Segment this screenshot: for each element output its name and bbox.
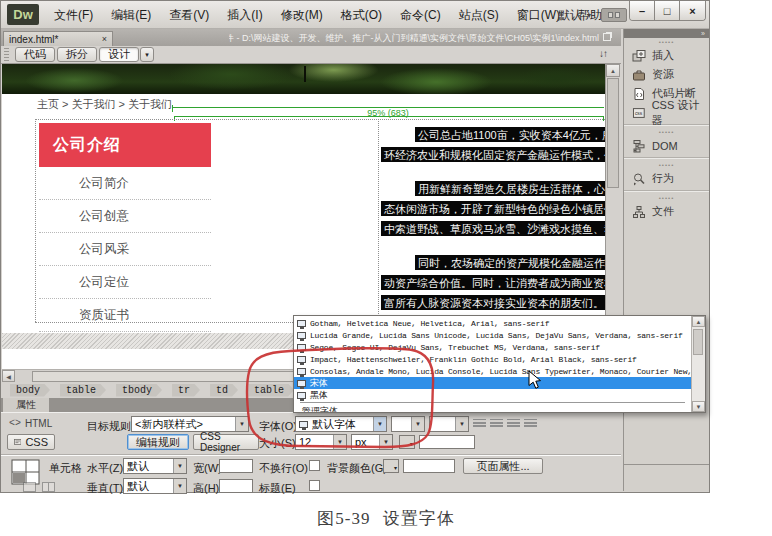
font-style-select[interactable]: ▼ [429,416,469,432]
menu-commands[interactable]: 命令(C) [391,7,450,24]
scroll-down-icon[interactable]: ▼ [692,401,705,412]
text-line[interactable]: 态休闲游市场，开辟了新型特色的绿色小镇居住、水岸丛林烧烤、田园采摘美食、自然野趣… [381,201,605,216]
restore-document-icon[interactable] [603,33,611,41]
horizontal-scroll-thumb[interactable] [32,371,304,382]
minimize-button[interactable]: – [630,1,655,20]
text-line[interactable]: 公司总占地1100亩，实收资本4亿元，所有者权益6.23亿元，现有资产总额6.7… [415,127,605,142]
font-option-heiti[interactable]: 黑体 [294,389,691,401]
menu-item-profile[interactable]: 公司简介 [39,167,211,200]
align-right-icon[interactable] [507,419,520,429]
breadcrumb[interactable]: 主页 > 关于我们 > 关于我们 [37,97,172,112]
nowrap-checkbox[interactable] [309,460,320,471]
menu-item-certificate[interactable]: 资质证书 [39,299,211,332]
tab-index-html[interactable]: index.html* × [3,31,113,46]
manage-fonts-option[interactable]: 管理字体... [294,405,691,412]
bgcolor-picker[interactable]: ▾ [383,459,399,473]
panel-tab-files[interactable]: 文件 [624,202,709,221]
scroll-up-icon[interactable]: ▲ [692,316,705,327]
scroll-left-icon[interactable]: ◀ [2,370,15,382]
workspace-switcher[interactable]: 默认 ▾ [558,7,591,24]
text-line[interactable]: 动资产综合价值。同时，让消费者成为商业资本的拥有者，在消费中创富。让利润和股权还… [381,275,605,290]
font-option[interactable]: Impact, Haettenschweiler, Franklin Gothi… [294,353,691,365]
panel-drag-handle[interactable]: ••••• [624,128,709,136]
font-option[interactable]: Consolas, Andale Mono, Lucida Console, L… [294,365,691,377]
menu-edit[interactable]: 编辑(E) [102,7,160,24]
align-left-icon[interactable] [473,419,486,429]
vertical-align-select[interactable]: 默认 ▼ [123,478,187,494]
vertical-scroll-thumb[interactable] [607,78,619,188]
maximize-button[interactable]: □ [655,1,680,20]
menu-file[interactable]: 文件(F) [45,7,102,24]
target-rule-select[interactable]: <新内联样式> ▼ [131,416,249,432]
css-mode-toggle[interactable]: CSS [7,434,55,450]
css-designer-button[interactable]: CSS Designer [193,434,259,450]
panel-drag-handle[interactable]: ••••• [624,161,709,169]
menu-format[interactable]: 格式(O) [332,7,391,24]
size-unit-select[interactable]: px ▼ [351,434,393,450]
text-color-input[interactable] [419,435,475,449]
tag-table-1[interactable]: table [60,384,106,397]
edit-rule-button[interactable]: 编辑规则 [127,434,189,450]
menu-item-creative[interactable]: 公司创意 [39,200,211,233]
split-view-button[interactable]: 拆分 [57,47,97,62]
text-line[interactable]: 同时，农场确定的资产规模化金融运作理念，推动资产运营的快速成长和增值，完全颠覆传… [415,255,605,270]
panel-tab-assets[interactable]: 资源 [624,65,709,84]
text-line[interactable]: 用新鲜新奇塑造久居楼房生活群体，心中向往的田园养生休闲生活。为周六日及小长假30… [415,181,605,196]
font-option[interactable]: Gotham, Helvetica Neue, Helvetica, Arial… [294,317,691,329]
header-checkbox[interactable] [309,480,320,491]
tag-body[interactable]: body [10,384,50,397]
code-view-button[interactable]: 代码 [15,47,55,62]
text-line[interactable]: 富所有人脉资源资本对接实业资本的朋友们。 [381,295,605,310]
panel-tab-css-designer[interactable]: css CSS 设计器 [624,103,709,122]
page-properties-button[interactable]: 页面属性... [463,458,543,474]
tag-td[interactable]: td [210,384,238,397]
menu-item-position[interactable]: 公司定位 [39,266,211,299]
font-size-select[interactable]: 12 ▼ [295,434,347,450]
html-mode-toggle[interactable]: <> HTML [9,418,52,429]
bgcolor-input[interactable] [403,459,455,473]
panel-drag-handle[interactable]: ••••• [624,38,709,46]
font-option[interactable]: Lucida Grande, Lucida Sans Unicode, Luci… [294,329,691,341]
align-center-icon[interactable] [490,419,503,429]
tag-tr-1[interactable]: tr [172,384,200,397]
tag-tbody-1[interactable]: tbody [116,384,162,397]
app-badge-icon[interactable] [601,8,627,22]
tag-table-2[interactable]: table [248,384,294,397]
tab-close-icon[interactable]: × [102,34,107,44]
text-line[interactable]: 中索道野战、草原戏马冰雪、沙滩戏水摸鱼、动物散养垂钓、会议团建拓展等综合生态休闲… [381,221,605,236]
close-button[interactable]: × [680,1,705,20]
menu-modify[interactable]: 修改(M) [272,7,332,24]
scroll-sync-icon[interactable]: ↓↑ [599,48,607,59]
company-intro-header[interactable]: 公司介绍 [39,123,211,167]
font-weight-select[interactable]: ▼ [391,416,425,432]
dropdown-scrollbar[interactable]: ▲ ▼ [691,316,705,412]
panel-tab-dom[interactable]: DOM [624,136,709,155]
menu-item-style[interactable]: 公司风采 [39,233,211,266]
design-view-dropdown-icon[interactable]: ▾ [140,47,154,62]
panel-drag-handle[interactable]: ••••• [624,194,709,202]
cell-height-input[interactable] [219,479,253,493]
menu-insert[interactable]: 插入(I) [218,7,271,24]
text-color-picker[interactable]: ▾ [399,435,415,449]
toolbar-grip[interactable] [4,48,9,61]
panel-tab-insert[interactable]: 插入 [624,46,709,65]
menu-site[interactable]: 站点(S) [450,7,508,24]
selected-text-block[interactable]: 公司总占地1100亩，实收资本4亿元，所有者权益6.23亿元，现有资产总额6.7… [381,127,605,322]
font-family-select[interactable]: 默认字体 ▼ [295,416,387,432]
dropdown-scroll-thumb[interactable] [693,329,703,355]
cell-width-input[interactable] [219,459,253,473]
horizontal-align-select[interactable]: 默认 ▼ [123,458,187,474]
scroll-up-icon[interactable]: ▲ [606,64,620,77]
design-view-button[interactable]: 设计 [99,47,139,62]
panel-tab-behaviors[interactable]: 行为 [624,169,709,188]
dreamweaver-logo-icon[interactable]: Dw [7,4,39,25]
font-option-songti-selected[interactable]: 宋体 [294,377,691,389]
align-justify-icon[interactable] [524,419,537,429]
font-option[interactable]: Segoe, Segoe UI, DejaVu Sans, Trebuchet … [294,341,691,353]
split-cell-icon[interactable] [42,482,55,492]
text-line[interactable]: 环经济农业和规模化固定资产金融运作模式，创意打造与城市极大反差的纯生态乡趣野趣为… [381,147,605,162]
properties-panel-tab[interactable]: 属性 [3,398,49,412]
menu-view[interactable]: 查看(V) [160,7,218,24]
merge-cells-icon[interactable] [23,482,36,492]
collapse-panels-icon[interactable]: » [701,30,705,37]
